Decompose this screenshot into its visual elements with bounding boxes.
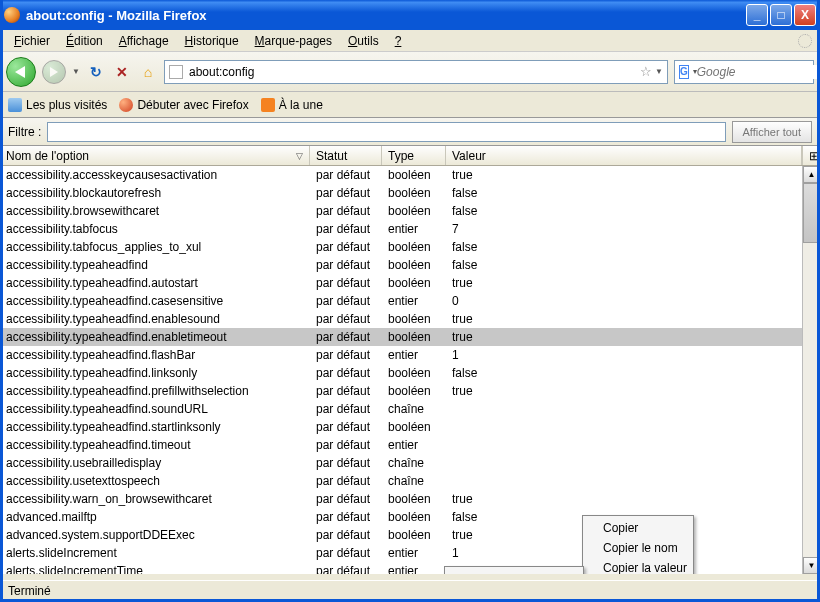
search-box[interactable]: G ▾ 🔍 [674,60,814,84]
url-dropdown[interactable]: ▼ [655,67,663,76]
table-row[interactable]: accessibility.warn_on_browsewithcaretpar… [0,490,802,508]
cell-type: booléen [382,204,446,218]
url-input[interactable] [189,65,637,79]
cell-name: accessibility.blockautorefresh [0,186,310,200]
cell-name: alerts.slideIncrement [0,546,310,560]
stop-button[interactable]: ✕ [112,62,132,82]
maximize-button[interactable]: □ [770,4,792,26]
cell-status: par défaut [310,456,382,470]
url-bar[interactable]: ☆ ▼ [164,60,668,84]
cell-type: entier [382,546,446,560]
cell-name: advanced.system.supportDDEExec [0,528,310,542]
menu-outils[interactable]: Outils [340,32,387,50]
cell-name: alerts.slideIncrementTime [0,564,310,574]
cell-type: booléen [382,384,446,398]
cell-status: par défaut [310,258,382,272]
column-picker-icon[interactable]: ⊞ [802,146,820,165]
cell-name: accessibility.tabfocus_applies_to_xul [0,240,310,254]
column-value[interactable]: Valeur [446,146,802,165]
table-row[interactable]: accessibility.typeaheadfind.autostartpar… [0,274,802,292]
table-row[interactable]: accessibility.typeaheadfind.prefillwiths… [0,382,802,400]
menu-historique[interactable]: Historique [177,32,247,50]
back-button[interactable] [6,57,36,87]
context-item[interactable]: Chaîne de caractères [447,569,581,574]
table-row[interactable]: accessibility.typeaheadfind.linksonlypar… [0,364,802,382]
cell-type: booléen [382,420,446,434]
table-header: Nom de l'option▽ Statut Type Valeur ⊞ [0,146,820,166]
table-row[interactable]: accessibility.typeaheadfind.timeoutpar d… [0,436,802,454]
table-row[interactable]: accessibility.browsewithcaretpar défautb… [0,202,802,220]
context-item[interactable]: Copier la valeur [585,558,691,574]
google-icon[interactable]: G [679,65,689,79]
bookmark-label: Les plus visités [26,98,107,112]
context-item[interactable]: Copier [585,518,691,538]
cell-type: booléen [382,528,446,542]
bookmarks-bar: Les plus visitésDébuter avec FirefoxÀ la… [0,92,820,118]
column-type[interactable]: Type [382,146,446,165]
cell-name: accessibility.usebrailledisplay [0,456,310,470]
context-submenu: Chaîne de caractèresValeur numériqueVale… [444,566,584,574]
cell-value: false [446,186,802,200]
cell-name: accessibility.typeaheadfind.enabletimeou… [0,330,310,344]
cell-type: booléen [382,330,446,344]
table-row[interactable]: accessibility.typeaheadfind.enablesoundp… [0,310,802,328]
show-all-button[interactable]: Afficher tout [732,121,813,143]
cell-name: accessibility.accesskeycausesactivation [0,168,310,182]
menu-édition[interactable]: Édition [58,32,111,50]
bookmark-item[interactable]: À la une [261,98,323,112]
cell-value: false [446,204,802,218]
table-row[interactable]: accessibility.typeaheadfind.enabletimeou… [0,328,802,346]
cell-status: par défaut [310,564,382,574]
table-row[interactable]: accessibility.usetexttospeechpar défautc… [0,472,802,490]
cell-value: true [446,492,802,506]
menu-?[interactable]: ? [387,32,410,50]
forward-button[interactable] [42,60,66,84]
table-row[interactable]: accessibility.typeaheadfind.flashBarpar … [0,346,802,364]
filter-input[interactable] [47,122,725,142]
page-icon [169,65,183,79]
bookmark-icon [8,98,22,112]
cell-name: accessibility.typeaheadfind.prefillwiths… [0,384,310,398]
table-row[interactable]: accessibility.tabfocuspar défautentier7 [0,220,802,238]
history-dropdown[interactable]: ▼ [72,67,80,76]
table-row[interactable]: accessibility.usebrailledisplaypar défau… [0,454,802,472]
table-row[interactable]: accessibility.typeaheadfindpar défautboo… [0,256,802,274]
table-row[interactable]: accessibility.typeaheadfind.soundURLpar … [0,400,802,418]
home-button[interactable]: ⌂ [138,62,158,82]
reload-button[interactable]: ↻ [86,62,106,82]
bookmark-star-icon[interactable]: ☆ [640,64,652,79]
title-bar[interactable]: about:config - Mozilla Firefox _ □ X [0,0,820,30]
status-text: Terminé [8,584,51,598]
menu-fichier[interactable]: Fichier [6,32,58,50]
bookmark-item[interactable]: Les plus visités [8,98,107,112]
menu-affichage[interactable]: Affichage [111,32,177,50]
search-input[interactable] [697,65,820,79]
table-row[interactable]: accessibility.blockautorefreshpar défaut… [0,184,802,202]
minimize-button[interactable]: _ [746,4,768,26]
cell-type: chaîne [382,402,446,416]
scroll-track[interactable] [803,183,820,557]
cell-name: accessibility.typeaheadfind [0,258,310,272]
cell-type: booléen [382,510,446,524]
scroll-down-icon[interactable]: ▼ [803,557,820,574]
cell-status: par défaut [310,510,382,524]
cell-status: par défaut [310,420,382,434]
cell-type: entier [382,564,446,574]
cell-name: accessibility.typeaheadfind.linksonly [0,366,310,380]
cell-name: accessibility.tabfocus [0,222,310,236]
column-name[interactable]: Nom de l'option▽ [0,146,310,165]
table-row[interactable]: accessibility.accesskeycausesactivationp… [0,166,802,184]
close-button[interactable]: X [794,4,816,26]
column-status[interactable]: Statut [310,146,382,165]
cell-status: par défaut [310,186,382,200]
context-item[interactable]: Copier le nom [585,538,691,558]
menu-marque-pages[interactable]: Marque-pages [247,32,340,50]
cell-name: accessibility.usetexttospeech [0,474,310,488]
table-row[interactable]: accessibility.tabfocus_applies_to_xulpar… [0,238,802,256]
table-row[interactable]: accessibility.typeaheadfind.startlinkson… [0,418,802,436]
bookmark-item[interactable]: Débuter avec Firefox [119,98,248,112]
vertical-scrollbar[interactable]: ▲ ▼ [802,166,820,574]
table-row[interactable]: accessibility.typeaheadfind.casesensitiv… [0,292,802,310]
scroll-up-icon[interactable]: ▲ [803,166,820,183]
scroll-thumb[interactable] [803,183,820,243]
